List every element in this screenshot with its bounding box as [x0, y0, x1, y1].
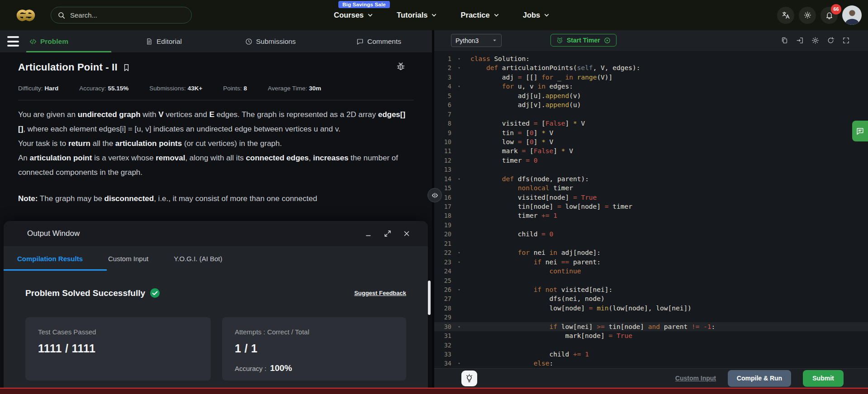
- code-line[interactable]: 1▾class Solution:: [434, 54, 868, 63]
- code-line[interactable]: 14▾def dfs(node, parent):: [434, 174, 868, 183]
- code-line[interactable]: 12timer = 0: [434, 156, 868, 165]
- tab-editorial[interactable]: Editorial: [146, 30, 182, 52]
- code-line[interactable]: 20child = 0: [434, 230, 868, 239]
- code-text: tin = [0] * V: [463, 128, 553, 137]
- menu-item-tutorials[interactable]: Tutorials: [397, 11, 437, 19]
- output-tab-custom-input[interactable]: Custom Input: [108, 255, 148, 263]
- problem-paragraph: Note: The graph may be disconnected, i.e…: [18, 192, 408, 206]
- code-line[interactable]: 3adj = [[] for _ in range(V)]: [434, 73, 868, 82]
- code-line[interactable]: 30▾if low[nei] >= tin[node] and parent !…: [434, 322, 868, 331]
- panel-resize-handle[interactable]: [427, 188, 442, 202]
- fold-arrow-icon[interactable]: ▾: [455, 54, 463, 63]
- code-line[interactable]: 17tin[node] = low[node] = timer: [434, 202, 868, 211]
- language-value: Python3: [455, 37, 479, 44]
- code-editor[interactable]: 1▾class Solution:2▾def articulationPoint…: [434, 51, 868, 368]
- code-line[interactable]: 16visited[node] = True: [434, 193, 868, 202]
- code-line[interactable]: 5adj[u].append(v): [434, 91, 868, 100]
- code-line[interactable]: 23▾if nei == parent:: [434, 258, 868, 267]
- menu-item-jobs[interactable]: Jobs: [523, 11, 550, 19]
- fold-arrow-icon[interactable]: ▾: [455, 359, 463, 368]
- code-line[interactable]: 4▾for u, v in edges:: [434, 82, 868, 91]
- panel-scrollbar[interactable]: [428, 281, 431, 315]
- chat-assistant-button[interactable]: [852, 121, 868, 141]
- code-line[interactable]: 13: [434, 165, 868, 174]
- bookmark-icon[interactable]: [122, 63, 131, 72]
- fold-arrow-icon[interactable]: ▾: [455, 285, 463, 294]
- start-timer-button[interactable]: Start Timer: [550, 34, 617, 47]
- compile-run-button[interactable]: Compile & Run: [728, 370, 791, 387]
- code-line[interactable]: 34▾else:: [434, 359, 868, 368]
- fold-arrow-icon[interactable]: ▾: [455, 63, 463, 72]
- problem-stats: Difficulty:HardAccuracy:55.15%Submission…: [18, 85, 414, 92]
- code-line[interactable]: 28low[node] = min(low[node], low[nei]): [434, 304, 868, 313]
- code-line[interactable]: 18timer += 1: [434, 211, 868, 220]
- line-number: 3: [434, 73, 455, 82]
- code-line[interactable]: 19: [434, 220, 868, 230]
- fold-spacer: [455, 119, 463, 128]
- code-line[interactable]: 15nonlocal timer: [434, 183, 868, 192]
- reset-code-icon[interactable]: [827, 37, 835, 44]
- code-line[interactable]: 27dfs(nei, node): [434, 294, 868, 303]
- code-line[interactable]: 7: [434, 110, 868, 119]
- code-line[interactable]: 2▾def articulationPoints(self, V, edges)…: [434, 63, 868, 72]
- maximize-icon[interactable]: [384, 230, 392, 238]
- tab-submissions[interactable]: Submissions: [245, 30, 296, 52]
- fold-spacer: [455, 128, 463, 137]
- report-bug-icon[interactable]: [396, 61, 406, 71]
- language-select[interactable]: Python3: [451, 34, 502, 47]
- code-line[interactable]: 6adj[v].append(u): [434, 100, 868, 109]
- code-text: mark[node] = True: [463, 331, 632, 340]
- code-line[interactable]: 31mark[node] = True: [434, 331, 868, 340]
- fold-arrow-icon[interactable]: ▾: [455, 248, 463, 257]
- copy-icon[interactable]: [781, 37, 788, 44]
- code-text: adj[u].append(v): [463, 91, 581, 100]
- menu-item-courses[interactable]: Courses: [334, 11, 373, 19]
- code-line[interactable]: 11mark = [False] * V: [434, 146, 868, 155]
- output-tab-y-o-g-i-ai-bot[interactable]: Y.O.G.I. (AI Bot): [174, 255, 222, 263]
- code-line[interactable]: 21: [434, 239, 868, 248]
- code-line[interactable]: 29: [434, 313, 868, 322]
- code-line[interactable]: 22▾for nei in adj[node]:: [434, 248, 868, 257]
- tab-problem[interactable]: Problem: [29, 30, 68, 52]
- hint-button[interactable]: [461, 371, 477, 386]
- code-line[interactable]: 26▾if not visited[nei]:: [434, 285, 868, 294]
- code-line[interactable]: 8visited = [False] * V: [434, 119, 868, 128]
- code-line[interactable]: 25: [434, 276, 868, 285]
- translate-button[interactable]: [777, 7, 794, 24]
- fold-arrow-icon[interactable]: ▾: [455, 174, 463, 183]
- tab-comments[interactable]: Comments: [356, 30, 401, 52]
- output-tab-compilation-results[interactable]: Compilation Results: [17, 255, 83, 263]
- code-line[interactable]: 10low = [0] * V: [434, 137, 868, 146]
- code-line[interactable]: 32: [434, 341, 868, 350]
- hamburger-menu-button[interactable]: [7, 36, 19, 47]
- submit-button[interactable]: Submit: [803, 370, 844, 387]
- minimize-icon[interactable]: [365, 230, 373, 238]
- notifications-button[interactable]: 66: [821, 7, 838, 24]
- settings-icon[interactable]: [811, 37, 819, 44]
- custom-input-link[interactable]: Custom Input: [675, 375, 716, 382]
- fullscreen-icon[interactable]: [842, 37, 850, 44]
- search-input[interactable]: [70, 11, 185, 19]
- suggest-feedback-link[interactable]: Suggest Feedback: [354, 290, 406, 296]
- line-number: 13: [434, 165, 455, 174]
- line-number: 24: [434, 267, 455, 276]
- import-code-icon[interactable]: [796, 37, 804, 44]
- fold-arrow-icon[interactable]: ▾: [455, 258, 463, 267]
- fold-arrow-icon[interactable]: ▾: [455, 322, 463, 331]
- user-avatar[interactable]: [842, 5, 862, 25]
- code-line[interactable]: 33child += 1: [434, 350, 868, 359]
- fold-arrow-icon[interactable]: ▾: [455, 82, 463, 91]
- bottom-alert-strip: [0, 388, 868, 394]
- gfg-logo[interactable]: [13, 6, 39, 24]
- success-check-icon: [150, 288, 160, 298]
- chevron-down-icon: [544, 12, 550, 18]
- stat-points: Points:8: [223, 85, 247, 92]
- theme-toggle-button[interactable]: [799, 7, 816, 24]
- code-line[interactable]: 9tin = [0] * V: [434, 128, 868, 137]
- global-search[interactable]: [51, 7, 192, 23]
- close-icon[interactable]: [403, 230, 411, 238]
- menu-item-practice[interactable]: Practice: [460, 11, 499, 19]
- fold-spacer: [455, 220, 463, 230]
- code-line[interactable]: 24continue: [434, 267, 868, 276]
- stat-accuracy: Accuracy:55.15%: [79, 85, 128, 92]
